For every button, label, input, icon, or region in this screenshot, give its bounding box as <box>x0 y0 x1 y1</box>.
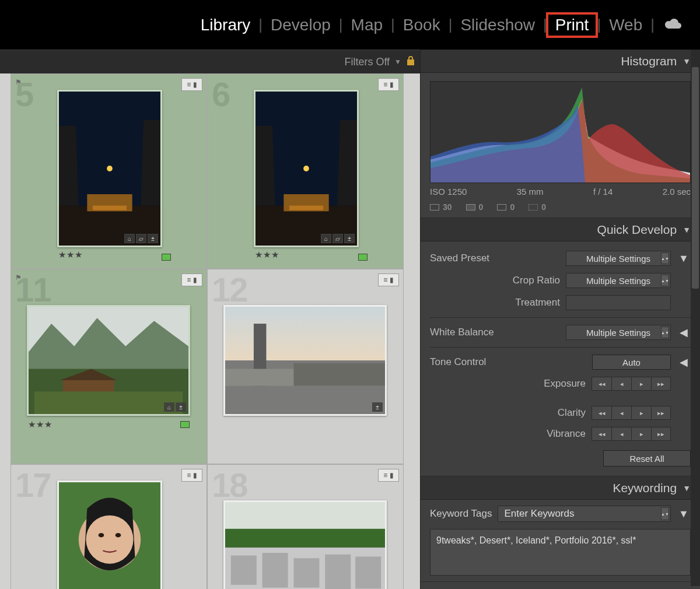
develop-badge-icon[interactable]: ± <box>344 234 355 243</box>
color-label-swatch[interactable] <box>180 421 190 428</box>
keyword-tags-select[interactable]: Enter Keywords▲▼ <box>498 506 671 522</box>
nav-slideshow[interactable]: Slideshow <box>452 13 543 37</box>
svg-marker-3 <box>141 120 160 206</box>
cell-menu-icon[interactable]: ≡ ▮ <box>181 469 202 482</box>
cell-menu-icon[interactable]: ≡ ▮ <box>378 469 399 482</box>
nav-book[interactable]: Book <box>395 13 449 37</box>
star-rating[interactable]: ★★★ <box>255 250 279 260</box>
vibrance-stepper[interactable]: ◂◂◂▸▸▸ <box>592 427 671 441</box>
lock-icon[interactable] <box>406 55 415 69</box>
expand-triangle-icon[interactable]: ◀ <box>677 356 691 369</box>
grid-cell[interactable]: 18 ≡ ▮ <box>207 464 404 589</box>
histogram-header[interactable]: Histogram ▼ <box>421 50 700 73</box>
cloud-sync-icon[interactable] <box>663 16 682 34</box>
treatment-select[interactable] <box>566 295 671 310</box>
right-panel: Histogram ▼ ISO 1250 35 mm f / 14 2.0 <box>420 50 700 589</box>
exposure-stepper[interactable]: ◂◂◂▸▸▸ <box>592 377 671 391</box>
keywording-header[interactable]: Keywording ▼ <box>421 476 700 500</box>
expand-triangle-icon[interactable]: ▼ <box>677 508 691 520</box>
white-balance-label: White Balance <box>430 327 560 338</box>
collapse-triangle-icon[interactable]: ▼ <box>682 57 691 66</box>
keywording-title: Keywording <box>612 481 677 495</box>
nav-web[interactable]: Web <box>601 13 650 37</box>
develop-badge-icon[interactable]: ± <box>176 402 186 412</box>
nav-separator: | <box>391 16 395 34</box>
grid-view: Filters Off ▼ ⇧ ⚑ 5 ≡ ▮ <box>0 50 420 589</box>
nav-separator: | <box>543 16 547 34</box>
grid-cell[interactable]: 17 ≡ ▮ <box>10 464 207 589</box>
flag-icon[interactable]: ⚑ <box>15 274 22 282</box>
keyword-badge-icon[interactable]: ⌂ <box>124 234 135 243</box>
svg-rect-33 <box>231 556 257 585</box>
svg-rect-31 <box>225 529 385 548</box>
keywords-textarea[interactable]: 9tweaks*, Desert*, Iceland*, Portfolio 2… <box>430 529 691 576</box>
svg-rect-6 <box>93 206 127 211</box>
flag-icon[interactable]: ⚑ <box>15 78 22 86</box>
develop-badge-icon[interactable]: ± <box>372 402 383 412</box>
develop-badge-icon[interactable]: ± <box>148 234 158 243</box>
cell-menu-icon[interactable]: ≡ ▮ <box>181 78 202 91</box>
keyword-badge-icon[interactable]: ⌂ <box>164 402 174 412</box>
filter-bar: Filters Off ▼ <box>0 50 420 73</box>
grid-cell[interactable]: 6 ≡ ▮ ⌂ ▱ ± <box>207 73 404 269</box>
tone-control-label: Tone Control <box>430 356 586 368</box>
cell-number: 17 <box>15 465 51 504</box>
top-nav: Library | Develop | Map | Book | Slidesh… <box>0 0 700 50</box>
histogram-panel: Histogram ▼ ISO 1250 35 mm f / 14 2.0 <box>421 50 700 218</box>
reset-all-button[interactable]: Reset All <box>603 450 691 467</box>
crop-ratio-select[interactable]: Multiple Settings▲▼ <box>566 273 671 288</box>
nav-map[interactable]: Map <box>343 13 391 37</box>
grid-cell[interactable]: ⚑ 11 ≡ ▮ ⌂ ± <box>10 269 207 464</box>
filters-off-label[interactable]: Filters Off <box>344 56 390 68</box>
cell-number: 18 <box>212 465 247 504</box>
chevron-down-icon[interactable]: ▼ <box>394 58 401 66</box>
cell-number: 6 <box>212 75 229 114</box>
grid-cell[interactable]: ⚑ 5 ≡ ▮ ⌂ ▱ ± <box>10 73 207 269</box>
thumbnail-badges: ⌂ ± <box>164 402 186 412</box>
thumbnail-badges: ⌂ ▱ ± <box>321 234 355 243</box>
color-label-swatch[interactable] <box>162 254 171 261</box>
svg-rect-24 <box>293 363 385 386</box>
svg-marker-9 <box>256 126 275 206</box>
cell-menu-icon[interactable]: ≡ ▮ <box>378 274 399 286</box>
histogram-plot[interactable] <box>430 81 691 183</box>
right-scrollbar[interactable] <box>691 50 700 586</box>
nav-separator: | <box>597 16 601 34</box>
clarity-stepper[interactable]: ◂◂◂▸▸▸ <box>592 406 671 420</box>
nav-print[interactable]: Print <box>547 13 597 37</box>
nav-separator: | <box>650 16 654 34</box>
svg-rect-36 <box>325 555 351 589</box>
cell-menu-icon[interactable]: ≡ ▮ <box>378 78 399 91</box>
star-rating[interactable]: ★★★ <box>58 250 83 260</box>
svg-point-27 <box>86 516 133 564</box>
star-rating[interactable]: ★★★ <box>28 419 52 430</box>
saved-preset-label: Saved Preset <box>430 253 560 264</box>
saved-preset-select[interactable]: Multiple Settings▲▼ <box>566 251 671 266</box>
keyword-badge-icon[interactable]: ⌂ <box>321 234 331 243</box>
expand-triangle-icon[interactable]: ◀ <box>677 326 691 339</box>
svg-rect-13 <box>289 206 323 211</box>
collapse-triangle-icon[interactable]: ▼ <box>682 225 691 234</box>
nav-develop[interactable]: Develop <box>262 13 339 37</box>
nav-library[interactable]: Library <box>192 13 259 37</box>
quick-develop-header[interactable]: Quick Develop ▼ <box>421 218 700 241</box>
collapse-triangle-icon[interactable]: ▼ <box>682 483 691 493</box>
thumbnail-badges: ⌂ ▱ ± <box>124 234 158 243</box>
color-label-swatch[interactable] <box>358 254 368 261</box>
treatment-label: Treatment <box>430 297 560 308</box>
thumbnail-badges: ± <box>372 402 383 412</box>
histogram-meta-sync: 0 <box>497 202 514 212</box>
svg-marker-10 <box>337 120 357 206</box>
white-balance-select[interactable]: Multiple Settings▲▼ <box>566 325 671 340</box>
svg-point-12 <box>303 166 309 171</box>
histogram-focal: 35 mm <box>517 187 544 197</box>
expand-triangle-icon[interactable]: ▼ <box>677 253 691 265</box>
crop-badge-icon[interactable]: ▱ <box>332 234 343 243</box>
cell-menu-icon[interactable]: ≡ ▮ <box>181 274 202 286</box>
grid-cell[interactable]: 12 ≡ ▮ ± <box>207 269 404 464</box>
crop-badge-icon[interactable]: ▱ <box>136 234 146 243</box>
svg-rect-19 <box>34 391 183 414</box>
svg-point-5 <box>107 166 113 171</box>
auto-tone-button[interactable]: Auto <box>592 355 671 370</box>
svg-point-29 <box>116 533 121 538</box>
